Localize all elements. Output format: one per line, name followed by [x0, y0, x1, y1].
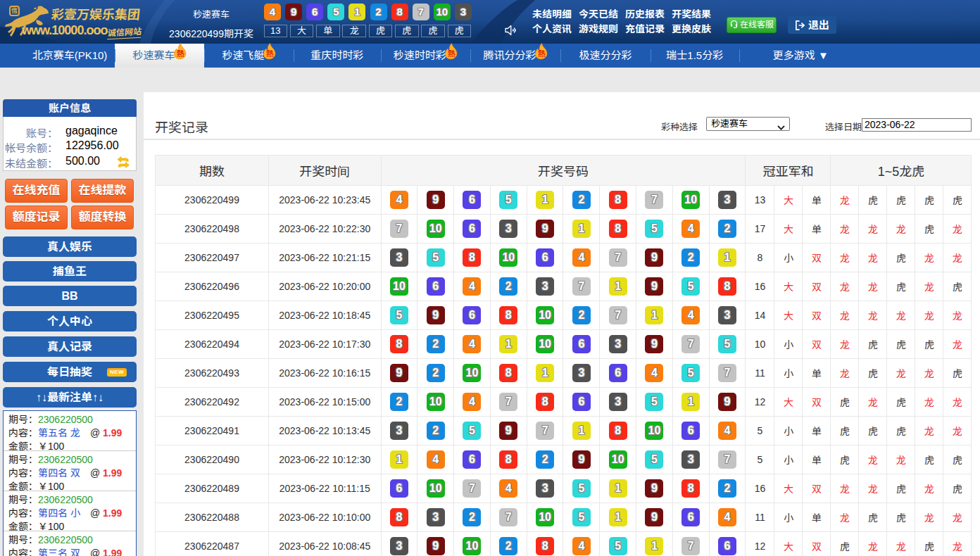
svg-text:熱: 熱	[176, 49, 184, 58]
svg-text:熱: 熱	[537, 49, 545, 58]
svg-text:熱: 熱	[265, 49, 273, 58]
svg-text:熱: 熱	[447, 49, 455, 58]
